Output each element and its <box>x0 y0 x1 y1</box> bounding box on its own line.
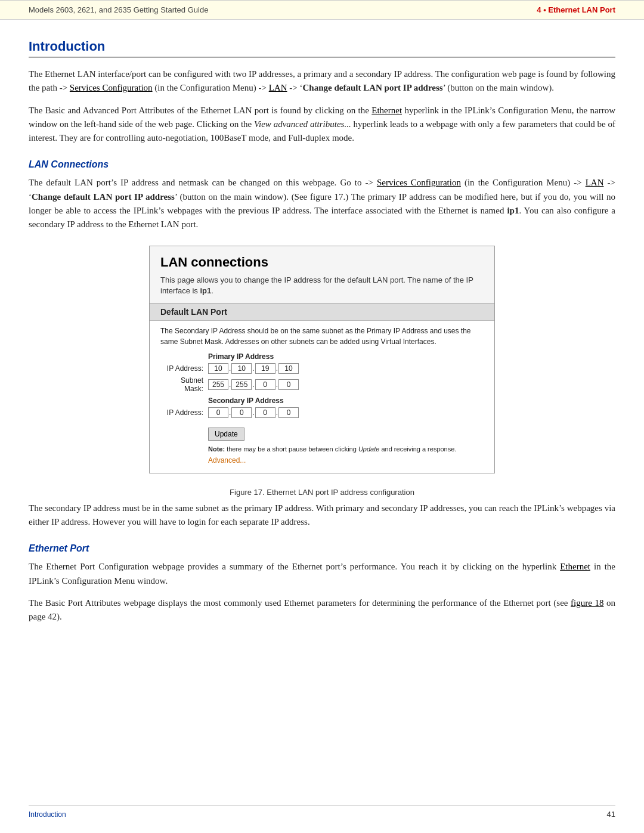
subnet-octet-3[interactable]: 0 <box>255 379 275 390</box>
ethernet-port-title: Ethernet Port <box>29 543 615 554</box>
secondary-ip-group: Secondary IP Address IP Address: 0 . 0 .… <box>160 397 484 418</box>
primary-ip-octet-1[interactable]: 10 <box>208 363 228 374</box>
webpage-mockup: LAN connections This page allows you to … <box>149 246 495 473</box>
ethernet-link-1[interactable]: Ethernet <box>371 106 402 115</box>
secondary-ip-address-row: IP Address: 0 . 0 . 0 . 0 <box>160 407 484 418</box>
lan-link-2[interactable]: LAN <box>586 178 604 187</box>
primary-ip-octet-4[interactable]: 10 <box>278 363 299 374</box>
webpage-section-body: The Secondary IP Address should be on th… <box>150 321 494 473</box>
secondary-paragraph: The secondary IP address must be in the … <box>29 501 615 529</box>
primary-ip-octet-2[interactable]: 10 <box>231 363 252 374</box>
figure-caption: Figure 17. Ethernet LAN port IP address … <box>29 488 615 497</box>
subnet-octet-1[interactable]: 255 <box>208 379 228 390</box>
primary-ip-label: Primary IP Address <box>208 352 484 361</box>
webpage-section-header: Default LAN Port <box>150 304 494 321</box>
primary-ip-group: Primary IP Address IP Address: 10 . 10 .… <box>160 352 484 393</box>
subnet-octet-2[interactable]: 255 <box>231 379 252 390</box>
footer: Introduction 41 <box>29 806 615 819</box>
footer-right: 41 <box>607 810 615 819</box>
services-config-link[interactable]: Services Configuration <box>70 83 153 92</box>
header-right-title: Ethernet LAN Port <box>548 5 615 14</box>
header-right: 4 • Ethernet LAN Port <box>537 5 615 14</box>
ip-address-label: IP Address: <box>160 364 208 373</box>
header-bar: Models 2603, 2621, and 2635 Getting Star… <box>0 0 644 20</box>
lan-connections-paragraph: The default LAN port’s IP address and ne… <box>29 176 615 231</box>
secondary-ip-octet-3[interactable]: 0 <box>255 407 275 418</box>
ethernet-port-paragraph-2: The Basic Port Attributes webpage displa… <box>29 596 615 624</box>
intro-paragraph-1: The Ethernet LAN interface/port can be c… <box>29 67 615 95</box>
header-left: Models 2603, 2621, and 2635 Getting Star… <box>29 5 208 14</box>
webpage-title: LAN connections <box>150 246 494 272</box>
webpage-desc: This page allows you to change the IP ad… <box>150 272 494 303</box>
primary-ip-address-row: IP Address: 10 . 10 . 19 . 10 <box>160 363 484 374</box>
figure-18-link[interactable]: figure 18 <box>571 598 603 608</box>
webpage-section-body-text: The Secondary IP Address should be on th… <box>160 326 484 348</box>
ethernet-port-paragraph-1: The Ethernet Port Configuration webpage … <box>29 560 615 588</box>
lan-connections-title: LAN Connections <box>29 159 615 170</box>
secondary-ip-octet-4[interactable]: 0 <box>278 407 299 418</box>
note-text: Note: there may be a short pause between… <box>208 445 484 453</box>
header-right-prefix: 4 • <box>537 5 548 14</box>
ethernet-link-2[interactable]: Ethernet <box>560 562 590 571</box>
secondary-ip-label: Secondary IP Address <box>208 397 484 405</box>
webpage-desc-line2: interface is ip1. <box>160 286 213 295</box>
intro-paragraph-2: The Basic and Advanced Port Attributes o… <box>29 104 615 145</box>
primary-ip-octet-3[interactable]: 19 <box>255 363 275 374</box>
secondary-ip-address-label: IP Address: <box>160 408 208 417</box>
secondary-ip-octet-1[interactable]: 0 <box>208 407 228 418</box>
section-title: Introduction <box>29 39 615 58</box>
webpage-desc-line1: This page allows you to change the IP ad… <box>160 275 473 284</box>
update-button[interactable]: Update <box>208 428 244 441</box>
secondary-ip-octet-2[interactable]: 0 <box>231 407 252 418</box>
subnet-mask-row: Subnet Mask: 255 . 255 . 0 . 0 <box>160 376 484 393</box>
subnet-mask-label: Subnet Mask: <box>160 376 208 393</box>
advanced-link[interactable]: Advanced... <box>208 456 484 465</box>
services-config-link-2[interactable]: Services Configuration <box>377 178 461 187</box>
footer-left: Introduction <box>29 810 66 819</box>
lan-link-1[interactable]: LAN <box>269 83 287 92</box>
subnet-octet-4[interactable]: 0 <box>278 379 299 390</box>
main-content: Introduction The Ethernet LAN interface/… <box>0 20 644 668</box>
